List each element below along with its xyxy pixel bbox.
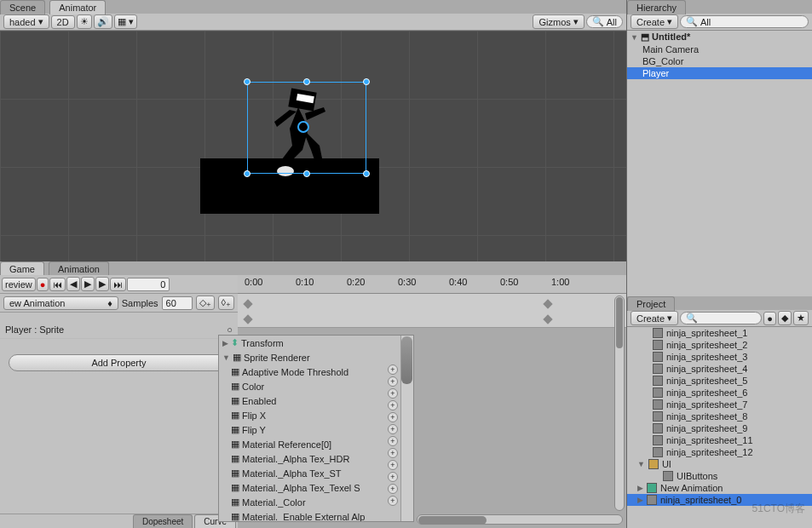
selection-center-icon[interactable] — [297, 121, 309, 133]
add-prop-icon[interactable]: + — [388, 412, 398, 422]
frame-input[interactable]: 0 — [127, 278, 170, 291]
tab-scene[interactable]: Scene — [0, 0, 45, 14]
scene-search[interactable]: 🔍All — [586, 15, 623, 28]
project-asset[interactable]: ninja_spritesheet_5 — [627, 375, 812, 387]
prop-item[interactable]: ▦Material._Alpha Tex_ST — [219, 466, 413, 480]
add-prop-icon[interactable]: + — [388, 460, 398, 470]
add-property-button[interactable]: Add Property — [9, 354, 229, 371]
add-event-icon[interactable]: ◊₊ — [218, 296, 234, 310]
prop-item[interactable]: ▦Flip X — [219, 408, 413, 422]
keyframe[interactable] — [543, 299, 552, 308]
scene-view[interactable] — [0, 31, 626, 261]
clip-dropdown[interactable]: ew Animation♦ — [3, 296, 118, 310]
add-prop-icon[interactable]: + — [388, 424, 398, 434]
project-asset[interactable]: ninja_spritesheet_2 — [627, 339, 812, 351]
tab-hierarchy[interactable]: Hierarchy — [627, 0, 686, 14]
timeline-v-scrollbar[interactable] — [614, 296, 625, 511]
project-asset[interactable]: ninja_spritesheet_7 — [627, 399, 812, 410]
project-list: ninja_spritesheet_1 ninja_spritesheet_2 … — [627, 327, 812, 523]
prop-item[interactable]: ▦Material._Alpha Tex_HDR — [219, 451, 413, 466]
prop-sprite-renderer[interactable]: ▼▦Sprite Renderer — [219, 350, 413, 364]
tab-animator[interactable]: Animator — [49, 0, 106, 14]
project-asset[interactable]: UIButtons — [627, 470, 812, 482]
prop-item[interactable]: ▦Adaptive Mode Threshold — [219, 364, 413, 379]
hierarchy-item-selected[interactable]: Player — [627, 67, 812, 79]
add-prop-icon[interactable]: + — [388, 496, 398, 506]
project-folder[interactable]: ▼UI — [627, 458, 812, 470]
add-prop-icon[interactable]: + — [388, 472, 398, 482]
hierarchy-create-dropdown[interactable]: Create ▾ — [631, 14, 678, 29]
filter-icon[interactable]: ★ — [793, 311, 809, 325]
selection-handle-br[interactable] — [363, 170, 370, 177]
hierarchy-item[interactable]: Main Camera — [627, 43, 812, 55]
project-asset[interactable]: ninja_spritesheet_12 — [627, 446, 812, 458]
prop-transform[interactable]: ▶⬍Transform — [219, 336, 413, 350]
project-asset[interactable]: ninja_spritesheet_11 — [627, 434, 812, 446]
timeline-ruler[interactable]: 0:00 0:10 0:20 0:30 0:40 0:50 1:00 — [238, 275, 626, 294]
add-prop-icon[interactable]: + — [388, 448, 398, 458]
add-prop-icon[interactable]: + — [388, 484, 398, 494]
samples-input[interactable]: 60 — [162, 296, 193, 310]
gizmos-dropdown[interactable]: Gizmos ▾ — [533, 14, 584, 29]
track-player-sprite[interactable]: Player : Sprite ○ — [0, 321, 238, 339]
project-asset[interactable]: ninja_spritesheet_4 — [627, 363, 812, 375]
tab-project[interactable]: Project — [627, 296, 675, 311]
project-asset[interactable]: ninja_spritesheet_9 — [627, 422, 812, 434]
project-search[interactable]: 🔍 — [680, 312, 762, 324]
selection-handle-bl[interactable] — [244, 170, 251, 177]
add-prop-icon[interactable]: + — [388, 364, 398, 375]
timeline-h-scrollbar[interactable] — [417, 514, 623, 525]
prev-frame-button[interactable]: ◀ — [66, 277, 80, 291]
add-keyframe-icon[interactable]: ◇₊ — [196, 296, 215, 310]
prop-item[interactable]: ▦Enabled — [219, 393, 413, 408]
add-prop-icon[interactable]: + — [388, 400, 398, 410]
prop-item[interactable]: ▦Color — [219, 379, 413, 393]
selection-handle-tm[interactable] — [303, 78, 310, 85]
audio-toggle-icon[interactable]: 🔊 — [94, 14, 112, 29]
hierarchy-item[interactable]: BG_Color — [627, 55, 812, 67]
selection-handle-bm[interactable] — [303, 170, 310, 177]
record-button[interactable]: ● — [37, 278, 49, 291]
property-picker-popup: ▶⬍Transform ▼▦Sprite Renderer ▦Adaptive … — [218, 335, 414, 522]
keyframe[interactable] — [243, 299, 252, 308]
tab-game[interactable]: Game — [0, 261, 44, 276]
prop-item[interactable]: ▦Material._Alpha Tex_Texel S — [219, 480, 413, 495]
add-prop-icon[interactable]: + — [388, 388, 398, 399]
prop-item[interactable]: ▦Material._Enable External Alp — [219, 509, 413, 522]
next-frame-button[interactable]: ▶ — [95, 277, 109, 291]
project-anim-clip[interactable]: ▶New Animation — [627, 482, 812, 494]
scene-tab-bar: Scene Animator — [0, 0, 626, 14]
prop-item[interactable]: ▦Flip Y — [219, 422, 413, 437]
project-asset[interactable]: ninja_spritesheet_6 — [627, 387, 812, 399]
add-prop-icon[interactable]: + — [388, 376, 398, 387]
last-frame-button[interactable]: ⏭ — [110, 278, 126, 291]
add-prop-icon[interactable]: + — [388, 436, 398, 446]
prop-item[interactable]: ▦Material Reference[0] — [219, 437, 413, 451]
scene-root[interactable]: ▼ ⬒ Untitled* — [627, 31, 812, 43]
project-create-dropdown[interactable]: Create ▾ — [631, 311, 678, 325]
play-button[interactable]: ▶ — [81, 277, 95, 291]
project-asset[interactable]: ninja_spritesheet_3 — [627, 351, 812, 363]
fx-toggle-icon[interactable]: ▦ ▾ — [114, 14, 137, 29]
search-icon: 🔍 — [592, 16, 604, 27]
preview-button[interactable]: review — [2, 278, 36, 291]
prop-scrollbar[interactable] — [400, 336, 413, 521]
filter-icon[interactable]: ● — [763, 312, 776, 325]
project-tab-bar: Project — [627, 296, 812, 310]
keyframe[interactable] — [543, 314, 552, 324]
hierarchy-search[interactable]: 🔍All — [680, 15, 809, 28]
filter-icon[interactable]: ◆ — [778, 311, 792, 325]
tab-dopesheet[interactable]: Dopesheet — [133, 514, 193, 528]
timeline-summary[interactable] — [238, 294, 626, 328]
prop-item[interactable]: ▦Material._Color — [219, 495, 413, 509]
project-asset[interactable]: ninja_spritesheet_8 — [627, 410, 812, 422]
project-asset[interactable]: ninja_spritesheet_1 — [627, 327, 812, 339]
keyframe[interactable] — [243, 314, 252, 324]
selection-handle-tl[interactable] — [244, 78, 251, 85]
selection-handle-tr[interactable] — [363, 78, 370, 85]
tab-animation[interactable]: Animation — [49, 261, 109, 276]
shading-dropdown[interactable]: haded ▾ — [3, 14, 49, 29]
mode-2d-button[interactable]: 2D — [51, 15, 75, 29]
first-frame-button[interactable]: ⏮ — [49, 278, 66, 291]
light-toggle-icon[interactable]: ☀ — [77, 14, 92, 29]
